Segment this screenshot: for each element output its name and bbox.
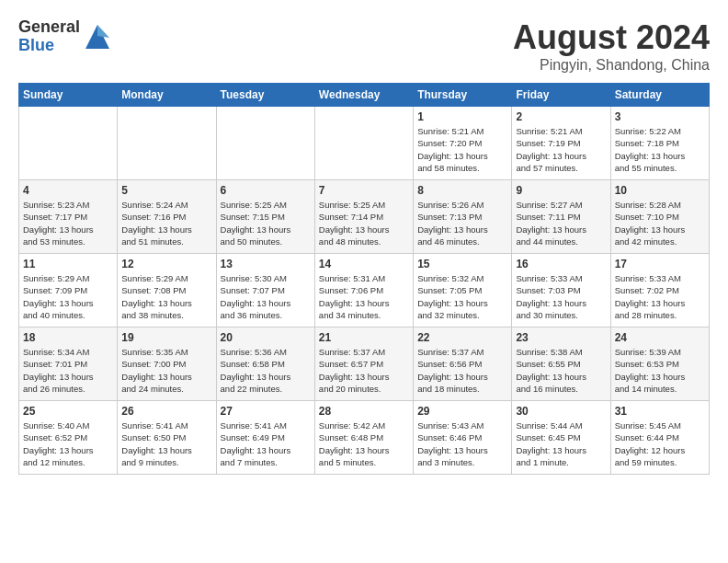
logo-icon xyxy=(84,23,111,51)
day-number: 11 xyxy=(23,258,113,270)
day-info: Sunrise: 5:30 AM Sunset: 7:07 PM Dayligh… xyxy=(221,272,311,321)
calendar-cell xyxy=(19,107,118,180)
calendar-cell: 24Sunrise: 5:39 AM Sunset: 6:53 PM Dayli… xyxy=(610,327,709,401)
calendar-cell: 30Sunrise: 5:44 AM Sunset: 6:45 PM Dayli… xyxy=(512,401,610,475)
day-info: Sunrise: 5:40 AM Sunset: 6:52 PM Dayligh… xyxy=(23,419,113,468)
day-number: 7 xyxy=(319,184,409,197)
day-number: 21 xyxy=(319,331,409,344)
day-number: 9 xyxy=(516,184,606,197)
calendar-week-row: 4Sunrise: 5:23 AM Sunset: 7:17 PM Daylig… xyxy=(19,180,710,254)
weekday-row: SundayMondayTuesdayWednesdayThursdayFrid… xyxy=(19,84,710,107)
day-info: Sunrise: 5:32 AM Sunset: 7:05 PM Dayligh… xyxy=(417,272,507,321)
day-number: 16 xyxy=(516,258,606,270)
calendar-body: 1Sunrise: 5:21 AM Sunset: 7:20 PM Daylig… xyxy=(19,107,710,475)
day-number: 13 xyxy=(221,258,311,270)
svg-marker-1 xyxy=(97,25,109,38)
day-info: Sunrise: 5:22 AM Sunset: 7:18 PM Dayligh… xyxy=(615,125,705,174)
calendar-cell: 4Sunrise: 5:23 AM Sunset: 7:17 PM Daylig… xyxy=(19,180,118,254)
day-info: Sunrise: 5:35 AM Sunset: 7:00 PM Dayligh… xyxy=(121,346,211,395)
calendar-cell: 18Sunrise: 5:34 AM Sunset: 7:01 PM Dayli… xyxy=(19,327,118,401)
day-number: 14 xyxy=(319,258,409,270)
month-title: August 2024 xyxy=(513,18,710,57)
weekday-header: Friday xyxy=(512,84,610,107)
day-number: 4 xyxy=(23,184,113,197)
calendar-cell: 14Sunrise: 5:31 AM Sunset: 7:06 PM Dayli… xyxy=(314,254,413,327)
day-info: Sunrise: 5:37 AM Sunset: 6:57 PM Dayligh… xyxy=(319,346,409,395)
logo-blue: Blue xyxy=(18,37,80,55)
day-info: Sunrise: 5:25 AM Sunset: 7:14 PM Dayligh… xyxy=(319,199,409,247)
day-info: Sunrise: 5:29 AM Sunset: 7:08 PM Dayligh… xyxy=(121,272,211,321)
calendar-cell: 26Sunrise: 5:41 AM Sunset: 6:50 PM Dayli… xyxy=(118,401,216,475)
day-number: 25 xyxy=(23,405,113,418)
day-number: 31 xyxy=(615,405,705,418)
weekday-header: Tuesday xyxy=(216,84,314,107)
day-number: 22 xyxy=(417,331,507,344)
day-info: Sunrise: 5:37 AM Sunset: 6:56 PM Dayligh… xyxy=(417,346,507,395)
calendar-table: SundayMondayTuesdayWednesdayThursdayFrid… xyxy=(18,83,710,475)
day-number: 17 xyxy=(615,258,705,270)
calendar-cell: 31Sunrise: 5:45 AM Sunset: 6:44 PM Dayli… xyxy=(610,401,709,475)
day-number: 5 xyxy=(121,184,211,197)
day-number: 24 xyxy=(615,331,705,344)
calendar-cell: 5Sunrise: 5:24 AM Sunset: 7:16 PM Daylig… xyxy=(118,180,216,254)
calendar-cell: 9Sunrise: 5:27 AM Sunset: 7:11 PM Daylig… xyxy=(512,180,610,254)
calendar-cell: 19Sunrise: 5:35 AM Sunset: 7:00 PM Dayli… xyxy=(118,327,216,401)
calendar-cell: 25Sunrise: 5:40 AM Sunset: 6:52 PM Dayli… xyxy=(19,401,118,475)
calendar-cell: 2Sunrise: 5:21 AM Sunset: 7:19 PM Daylig… xyxy=(512,107,610,180)
day-number: 19 xyxy=(121,331,211,344)
day-number: 28 xyxy=(319,405,409,418)
calendar-cell: 27Sunrise: 5:41 AM Sunset: 6:49 PM Dayli… xyxy=(216,401,314,475)
calendar-cell: 3Sunrise: 5:22 AM Sunset: 7:18 PM Daylig… xyxy=(610,107,709,180)
calendar-cell: 23Sunrise: 5:38 AM Sunset: 6:55 PM Dayli… xyxy=(512,327,610,401)
day-number: 23 xyxy=(516,331,606,344)
title-area: August 2024 Pingyin, Shandong, China xyxy=(513,18,710,74)
weekday-header: Thursday xyxy=(414,84,512,107)
day-number: 12 xyxy=(121,258,211,270)
day-info: Sunrise: 5:43 AM Sunset: 6:46 PM Dayligh… xyxy=(417,419,507,468)
day-number: 18 xyxy=(23,331,113,344)
day-info: Sunrise: 5:33 AM Sunset: 7:02 PM Dayligh… xyxy=(615,272,705,321)
day-number: 15 xyxy=(417,258,507,270)
calendar-header: SundayMondayTuesdayWednesdayThursdayFrid… xyxy=(19,84,710,107)
day-info: Sunrise: 5:34 AM Sunset: 7:01 PM Dayligh… xyxy=(23,346,113,395)
day-info: Sunrise: 5:33 AM Sunset: 7:03 PM Dayligh… xyxy=(516,272,606,321)
calendar-cell: 15Sunrise: 5:32 AM Sunset: 7:05 PM Dayli… xyxy=(414,254,512,327)
calendar-cell xyxy=(118,107,216,180)
location-title: Pingyin, Shandong, China xyxy=(513,57,710,74)
day-info: Sunrise: 5:42 AM Sunset: 6:48 PM Dayligh… xyxy=(319,419,409,468)
calendar-cell: 13Sunrise: 5:30 AM Sunset: 7:07 PM Dayli… xyxy=(216,254,314,327)
day-number: 8 xyxy=(417,184,507,197)
day-info: Sunrise: 5:29 AM Sunset: 7:09 PM Dayligh… xyxy=(23,272,113,321)
day-info: Sunrise: 5:25 AM Sunset: 7:15 PM Dayligh… xyxy=(221,199,311,247)
calendar-week-row: 11Sunrise: 5:29 AM Sunset: 7:09 PM Dayli… xyxy=(19,254,710,327)
calendar-week-row: 1Sunrise: 5:21 AM Sunset: 7:20 PM Daylig… xyxy=(19,107,710,180)
day-info: Sunrise: 5:24 AM Sunset: 7:16 PM Dayligh… xyxy=(121,199,211,247)
day-number: 6 xyxy=(221,184,311,197)
calendar-cell: 1Sunrise: 5:21 AM Sunset: 7:20 PM Daylig… xyxy=(414,107,512,180)
calendar-week-row: 18Sunrise: 5:34 AM Sunset: 7:01 PM Dayli… xyxy=(19,327,710,401)
day-info: Sunrise: 5:45 AM Sunset: 6:44 PM Dayligh… xyxy=(615,419,705,468)
calendar-cell: 10Sunrise: 5:28 AM Sunset: 7:10 PM Dayli… xyxy=(610,180,709,254)
calendar-cell: 16Sunrise: 5:33 AM Sunset: 7:03 PM Dayli… xyxy=(512,254,610,327)
day-info: Sunrise: 5:31 AM Sunset: 7:06 PM Dayligh… xyxy=(319,272,409,321)
calendar-cell: 20Sunrise: 5:36 AM Sunset: 6:58 PM Dayli… xyxy=(216,327,314,401)
calendar-cell: 22Sunrise: 5:37 AM Sunset: 6:56 PM Dayli… xyxy=(414,327,512,401)
day-info: Sunrise: 5:41 AM Sunset: 6:50 PM Dayligh… xyxy=(121,419,211,468)
calendar-cell xyxy=(314,107,413,180)
calendar-week-row: 25Sunrise: 5:40 AM Sunset: 6:52 PM Dayli… xyxy=(19,401,710,475)
day-number: 27 xyxy=(221,405,311,418)
day-info: Sunrise: 5:44 AM Sunset: 6:45 PM Dayligh… xyxy=(516,419,606,468)
calendar-cell: 29Sunrise: 5:43 AM Sunset: 6:46 PM Dayli… xyxy=(414,401,512,475)
day-info: Sunrise: 5:39 AM Sunset: 6:53 PM Dayligh… xyxy=(615,346,705,395)
day-info: Sunrise: 5:21 AM Sunset: 7:19 PM Dayligh… xyxy=(516,125,606,174)
calendar-cell: 7Sunrise: 5:25 AM Sunset: 7:14 PM Daylig… xyxy=(314,180,413,254)
page-header: General Blue August 2024 Pingyin, Shando… xyxy=(18,18,710,74)
day-info: Sunrise: 5:36 AM Sunset: 6:58 PM Dayligh… xyxy=(221,346,311,395)
day-info: Sunrise: 5:38 AM Sunset: 6:55 PM Dayligh… xyxy=(516,346,606,395)
calendar-cell: 28Sunrise: 5:42 AM Sunset: 6:48 PM Dayli… xyxy=(314,401,413,475)
calendar-cell: 6Sunrise: 5:25 AM Sunset: 7:15 PM Daylig… xyxy=(216,180,314,254)
calendar-cell: 17Sunrise: 5:33 AM Sunset: 7:02 PM Dayli… xyxy=(610,254,709,327)
day-number: 1 xyxy=(417,110,507,123)
day-number: 29 xyxy=(417,405,507,418)
weekday-header: Sunday xyxy=(19,84,118,107)
